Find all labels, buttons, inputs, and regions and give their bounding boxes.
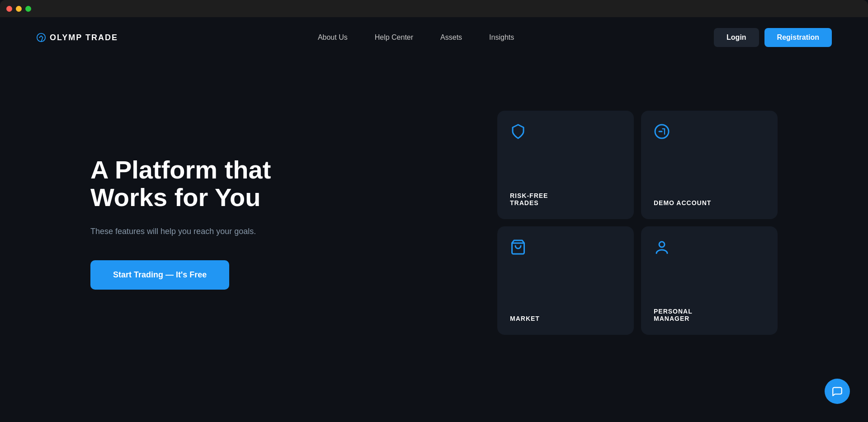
minimize-button[interactable]	[16, 6, 22, 12]
nav-insights[interactable]: Insights	[489, 33, 514, 42]
feature-label-market: MARKET	[510, 306, 621, 322]
nav-about-us[interactable]: About Us	[318, 33, 348, 42]
registration-button[interactable]: Registration	[764, 28, 832, 47]
navbar: OLYMP TRADE About Us Help Center Assets …	[0, 17, 868, 58]
hero-section: A Platform that Works for You These feat…	[0, 58, 868, 397]
chat-button[interactable]	[825, 379, 850, 404]
window-chrome	[0, 0, 868, 17]
chat-icon	[831, 385, 843, 397]
hero-content: A Platform that Works for You These feat…	[90, 156, 326, 290]
svg-point-0	[37, 33, 45, 42]
feature-label-personal-manager: PERSONALMANAGER	[654, 299, 765, 322]
feature-card-demo-account: DEMO ACCOUNT	[641, 111, 778, 219]
hero-title-line2: Works for You	[90, 183, 261, 211]
nav-assets[interactable]: Assets	[440, 33, 462, 42]
start-trading-button[interactable]: Start Trading — It's Free	[90, 260, 229, 290]
user-icon	[654, 239, 765, 257]
feature-label-demo-account: DEMO ACCOUNT	[654, 190, 765, 206]
login-button[interactable]: Login	[714, 28, 759, 47]
shield-icon	[510, 123, 621, 141]
close-button[interactable]	[6, 6, 12, 12]
logo[interactable]: OLYMP TRADE	[36, 33, 118, 42]
dash-circle-icon	[654, 123, 765, 141]
hero-title: A Platform that Works for You	[90, 156, 307, 211]
maximize-button[interactable]	[25, 6, 31, 12]
hero-title-line1: A Platform that	[90, 155, 271, 184]
feature-card-market: MARKET	[497, 226, 634, 335]
shopping-bag-icon	[510, 239, 621, 257]
logo-text: OLYMP TRADE	[36, 33, 118, 42]
svg-point-3	[659, 242, 665, 247]
features-grid: RISK-FREETRADES DEMO ACCOUNT	[497, 111, 778, 335]
nav-actions: Login Registration	[714, 28, 832, 47]
feature-label-risk-free-trades: RISK-FREETRADES	[510, 183, 621, 206]
feature-card-personal-manager: PERSONALMANAGER	[641, 226, 778, 335]
nav-links: About Us Help Center Assets Insights	[318, 33, 514, 42]
logo-label: OLYMP TRADE	[50, 33, 118, 42]
logo-icon	[36, 33, 46, 42]
page-body: OLYMP TRADE About Us Help Center Assets …	[0, 17, 868, 422]
hero-subtitle: These features will help you reach your …	[90, 225, 271, 238]
feature-card-risk-free-trades: RISK-FREETRADES	[497, 111, 634, 219]
nav-help-center[interactable]: Help Center	[375, 33, 413, 42]
